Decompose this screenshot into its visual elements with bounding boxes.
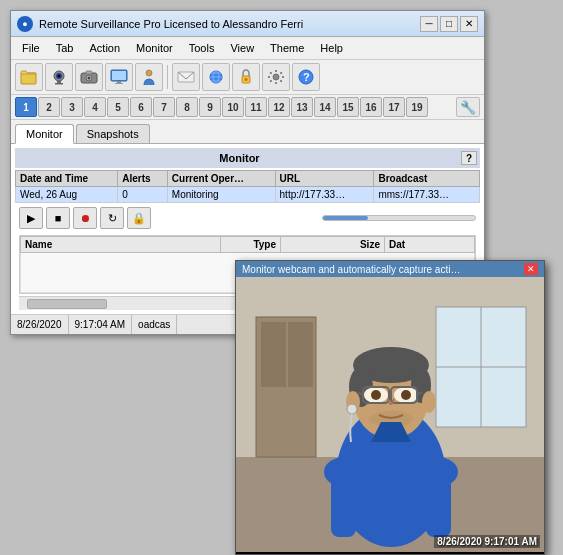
svg-rect-13 bbox=[115, 83, 123, 84]
globe-btn[interactable] bbox=[202, 63, 230, 91]
col-operation: Current Oper… bbox=[167, 171, 275, 187]
refresh-btn[interactable]: ↻ bbox=[100, 207, 124, 229]
num-tab-2[interactable]: 2 bbox=[38, 97, 60, 117]
svg-point-22 bbox=[245, 78, 248, 81]
maximize-btn[interactable]: □ bbox=[440, 16, 458, 32]
cell-alerts: 0 bbox=[118, 187, 168, 203]
num-tab-19[interactable]: 19 bbox=[406, 97, 428, 117]
monitor-table: Date and Time Alerts Current Oper… URL B… bbox=[15, 170, 480, 203]
num-tab-14[interactable]: 14 bbox=[314, 97, 336, 117]
num-tab-16[interactable]: 16 bbox=[360, 97, 382, 117]
tab-monitor[interactable]: Monitor bbox=[15, 124, 74, 144]
svg-point-57 bbox=[418, 457, 458, 487]
cell-operation: Monitoring bbox=[167, 187, 275, 203]
camera-btn[interactable] bbox=[75, 63, 103, 91]
num-tab-7[interactable]: 7 bbox=[153, 97, 175, 117]
menu-view[interactable]: View bbox=[223, 39, 261, 57]
num-tab-12[interactable]: 12 bbox=[268, 97, 290, 117]
num-tab-15[interactable]: 15 bbox=[337, 97, 359, 117]
menu-tab[interactable]: Tab bbox=[49, 39, 81, 57]
monitor-help-btn[interactable]: ? bbox=[461, 151, 477, 165]
table-row[interactable]: Wed, 26 Aug 0 Monitoring http://177.33… … bbox=[16, 187, 480, 203]
gear-btn[interactable] bbox=[262, 63, 290, 91]
open-folder-btn[interactable] bbox=[15, 63, 43, 91]
email-btn[interactable] bbox=[172, 63, 200, 91]
menu-theme[interactable]: Theme bbox=[263, 39, 311, 57]
help-btn[interactable]: ? bbox=[292, 63, 320, 91]
num-tab-17[interactable]: 17 bbox=[383, 97, 405, 117]
progress-bar bbox=[322, 215, 477, 221]
record-btn[interactable]: ⏺ bbox=[73, 207, 97, 229]
menu-action[interactable]: Action bbox=[82, 39, 127, 57]
toolbar: ? bbox=[11, 60, 484, 95]
webcam-window: Monitor webcam and automatically capture… bbox=[235, 260, 545, 555]
menu-file[interactable]: File bbox=[15, 39, 47, 57]
lock2-btn[interactable]: 🔒 bbox=[127, 207, 151, 229]
svg-point-49 bbox=[401, 390, 411, 400]
status-date: 8/26/2020 bbox=[11, 315, 69, 334]
title-bar-left: ● Remote Surveillance Pro Licensed to Al… bbox=[17, 16, 303, 32]
app-icon: ● bbox=[17, 16, 33, 32]
minimize-btn[interactable]: ─ bbox=[420, 16, 438, 32]
monitor2-btn[interactable] bbox=[105, 63, 133, 91]
webcam-content: 8/26/2020 9:17:01 AM bbox=[236, 277, 544, 552]
col-alerts: Alerts bbox=[118, 171, 168, 187]
menu-monitor[interactable]: Monitor bbox=[129, 39, 180, 57]
close-btn[interactable]: ✕ bbox=[460, 16, 478, 32]
svg-point-14 bbox=[146, 70, 152, 76]
cell-date: Wed, 26 Aug bbox=[16, 187, 118, 203]
lock-btn[interactable] bbox=[232, 63, 260, 91]
svg-rect-5 bbox=[55, 83, 63, 85]
num-tabs-row: 1 2 3 4 5 6 7 8 9 10 11 12 13 14 15 16 1… bbox=[11, 95, 484, 120]
window-title: Remote Surveillance Pro Licensed to Ales… bbox=[39, 18, 303, 30]
num-tab-11[interactable]: 11 bbox=[245, 97, 267, 117]
col-url: URL bbox=[275, 171, 374, 187]
wrench-btn[interactable]: 🔧 bbox=[456, 97, 480, 117]
svg-rect-31 bbox=[288, 322, 313, 387]
svg-point-52 bbox=[422, 391, 436, 413]
num-tab-1[interactable]: 1 bbox=[15, 97, 37, 117]
svg-text:?: ? bbox=[303, 71, 310, 83]
svg-rect-12 bbox=[117, 81, 121, 83]
tab-snapshots[interactable]: Snapshots bbox=[76, 124, 150, 143]
play-btn[interactable]: ▶ bbox=[19, 207, 43, 229]
menu-tools[interactable]: Tools bbox=[182, 39, 222, 57]
title-controls: ─ □ ✕ bbox=[420, 16, 478, 32]
content-tabs: Monitor Snapshots bbox=[11, 120, 484, 144]
svg-rect-4 bbox=[57, 81, 61, 83]
num-tab-4[interactable]: 4 bbox=[84, 97, 106, 117]
webcam-title-bar: Monitor webcam and automatically capture… bbox=[236, 261, 544, 277]
monitor-panel-title: Monitor bbox=[18, 152, 461, 164]
num-tab-8[interactable]: 8 bbox=[176, 97, 198, 117]
num-tab-3[interactable]: 3 bbox=[61, 97, 83, 117]
cell-url: http://177.33… bbox=[275, 187, 374, 203]
file-col-date: Dat bbox=[384, 237, 474, 253]
title-bar: ● Remote Surveillance Pro Licensed to Al… bbox=[11, 11, 484, 37]
menu-help[interactable]: Help bbox=[313, 39, 350, 57]
webcam-close-btn[interactable]: ✕ bbox=[524, 263, 538, 275]
media-controls: ▶ ■ ⏺ ↻ 🔒 bbox=[15, 203, 480, 233]
file-col-size: Size bbox=[281, 237, 385, 253]
file-col-name: Name bbox=[21, 237, 221, 253]
num-tab-6[interactable]: 6 bbox=[130, 97, 152, 117]
svg-point-23 bbox=[273, 74, 279, 80]
svg-point-53 bbox=[347, 404, 357, 414]
file-col-type: Type bbox=[221, 237, 281, 253]
webcam-btn[interactable] bbox=[45, 63, 73, 91]
status-time: 9:17:04 AM bbox=[69, 315, 133, 334]
person-btn[interactable] bbox=[135, 63, 163, 91]
svg-point-8 bbox=[88, 77, 91, 80]
hscroll-thumb[interactable] bbox=[27, 299, 107, 309]
webcam-timestamp: 8/26/2020 9:17:01 AM bbox=[434, 535, 540, 548]
svg-rect-0 bbox=[21, 73, 36, 84]
stop-btn[interactable]: ■ bbox=[46, 207, 70, 229]
svg-rect-9 bbox=[86, 71, 92, 74]
num-tab-10[interactable]: 10 bbox=[222, 97, 244, 117]
svg-point-3 bbox=[58, 75, 61, 78]
num-tab-13[interactable]: 13 bbox=[291, 97, 313, 117]
num-tab-9[interactable]: 9 bbox=[199, 97, 221, 117]
webcam-title-text: Monitor webcam and automatically capture… bbox=[242, 264, 460, 275]
toolbar-separator-1 bbox=[167, 65, 168, 89]
col-date: Date and Time bbox=[16, 171, 118, 187]
num-tab-5[interactable]: 5 bbox=[107, 97, 129, 117]
